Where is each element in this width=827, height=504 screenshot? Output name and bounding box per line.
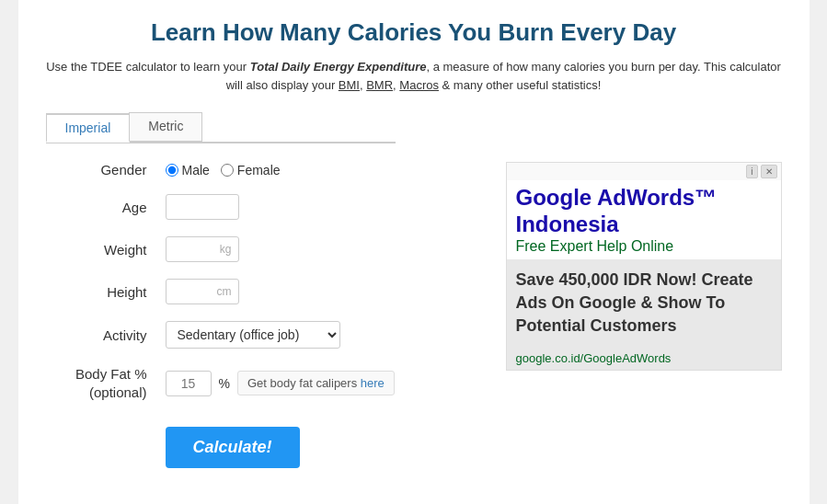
tab-imperial[interactable]: Imperial — [46, 113, 131, 143]
ad-info-button[interactable]: i — [746, 165, 757, 178]
body-fat-row: Body Fat %(optional) % Get body fat cali… — [46, 365, 488, 401]
weight-input-wrapper: kg — [166, 236, 239, 262]
ad-section: i ✕ Google AdWords™ Indonesia Free Exper… — [506, 162, 782, 468]
ad-body: Save 450,000 IDR Now! Create Ads On Goog… — [507, 259, 781, 348]
body-fat-label: Body Fat %(optional) — [46, 365, 166, 401]
ad-title-line1: Google AdWords™ — [516, 185, 718, 210]
activity-select[interactable]: Sedentary (office job) Light Exercise (1… — [166, 321, 340, 349]
ad-title: Google AdWords™ Indonesia — [507, 180, 781, 238]
gender-male-text: Male — [182, 163, 210, 178]
gender-female-radio[interactable] — [221, 164, 234, 177]
ad-title-line2: Indonesia — [516, 212, 619, 236]
height-label: Height — [46, 284, 166, 300]
gender-label: Gender — [46, 162, 166, 178]
ad-box: i ✕ Google AdWords™ Indonesia Free Exper… — [506, 162, 782, 371]
body-fat-hint-link[interactable]: here — [361, 376, 385, 390]
ad-close-button[interactable]: ✕ — [761, 165, 777, 178]
weight-unit-label: kg — [220, 243, 232, 256]
ad-header: i ✕ — [507, 163, 781, 180]
weight-row: Weight kg — [46, 236, 488, 262]
unit-tabs: Imperial Metric — [46, 112, 396, 143]
tab-metric[interactable]: Metric — [129, 112, 202, 142]
gender-male-radio[interactable] — [166, 164, 178, 177]
calculate-button[interactable]: Calculate! — [166, 427, 300, 468]
body-fat-hint-text: Get body fat calipers — [247, 376, 361, 390]
ad-subtitle: Free Expert Help Online — [507, 238, 781, 259]
gender-radio-group: Male Female — [166, 163, 281, 178]
body-fat-input[interactable] — [166, 371, 212, 396]
calculate-button-wrapper: Calculate! — [46, 418, 488, 468]
gender-female-label[interactable]: Female — [221, 163, 281, 178]
page-title: Learn How Many Calories You Burn Every D… — [46, 18, 782, 47]
weight-label: Weight — [46, 242, 166, 258]
age-input[interactable] — [166, 194, 239, 220]
gender-female-text: Female — [237, 163, 281, 178]
percent-sign: % — [219, 376, 230, 391]
activity-label: Activity — [46, 327, 166, 343]
height-unit-label: cm — [217, 285, 232, 298]
ad-controls: i ✕ — [746, 165, 776, 178]
height-input-wrapper: cm — [166, 279, 239, 304]
gender-row: Gender Male Female — [46, 162, 488, 178]
activity-row: Activity Sedentary (office job) Light Ex… — [46, 321, 488, 349]
calculator-form: Gender Male Female Age — [46, 162, 488, 468]
age-label: Age — [46, 200, 166, 215]
body-fat-hint: Get body fat calipers here — [237, 371, 395, 395]
age-row: Age — [46, 194, 488, 220]
height-row: Height cm — [46, 279, 488, 304]
gender-male-label[interactable]: Male — [166, 163, 210, 178]
ad-url: google.co.id/GoogleAdWords — [507, 347, 781, 370]
page-subtitle: Use the TDEE calculator to learn your To… — [46, 58, 782, 94]
